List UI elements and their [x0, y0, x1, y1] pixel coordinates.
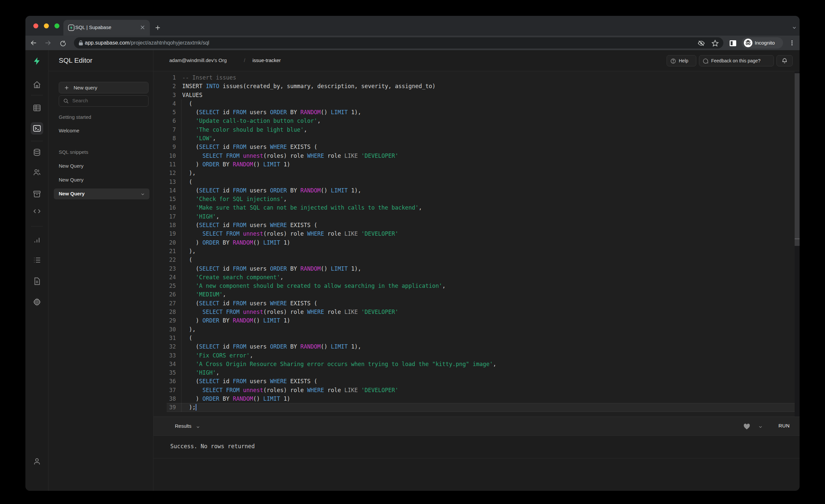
code-line[interactable]: 'A Cross Origin Resource Sharing error o…: [182, 360, 496, 368]
code-line[interactable]: (SELECT id FROM users ORDER BY RANDOM() …: [182, 108, 496, 117]
breadcrumb-org[interactable]: adam@windmill.dev's Org: [169, 57, 227, 63]
home-icon[interactable]: [33, 80, 41, 89]
code-line[interactable]: (: [182, 177, 496, 186]
code-line[interactable]: );: [182, 403, 496, 412]
code-line[interactable]: (SELECT id FROM users ORDER BY RANDOM() …: [182, 342, 496, 351]
code-line[interactable]: ),: [182, 169, 496, 177]
new-tab-button[interactable]: [154, 24, 161, 31]
code-line[interactable]: INSERT INTO issues(created_by, summary, …: [182, 82, 496, 90]
code-line[interactable]: 'HIGH',: [182, 212, 496, 221]
code-line[interactable]: (SELECT id FROM users ORDER BY RANDOM() …: [182, 186, 496, 195]
code-line[interactable]: ) ORDER BY RANDOM() LIMIT 1): [182, 316, 496, 325]
url-bar[interactable]: app.supabase.com/project/azahtnhqohyjerz…: [74, 37, 723, 49]
editor-scrollbar[interactable]: [795, 71, 800, 417]
code-line[interactable]: 'MEDIUM',: [182, 290, 496, 299]
browser-menu-icon[interactable]: [789, 39, 795, 47]
search-box[interactable]: [59, 95, 149, 106]
browser-toolbar: app.supabase.com/project/azahtnhqohyjerz…: [25, 35, 800, 50]
run-button[interactable]: RUN: [778, 423, 790, 428]
run-options-chevron-icon[interactable]: [758, 424, 763, 429]
code-line[interactable]: (: [182, 256, 496, 264]
feedback-button[interactable]: Feedback on this page?: [699, 55, 774, 66]
code-line[interactable]: 'HIGH',: [182, 368, 496, 377]
code-line[interactable]: SELECT FROM unnest(roles) role WHERE rol…: [182, 151, 496, 160]
code-line[interactable]: 'The color should be light blue',: [182, 126, 496, 134]
side-panel-icon[interactable]: [729, 40, 737, 47]
code-line[interactable]: -- Insert issues: [182, 73, 496, 82]
code-line[interactable]: (: [182, 99, 496, 108]
code-line[interactable]: ) ORDER BY RANDOM() LIMIT 1): [182, 394, 496, 403]
code-token: (: [182, 187, 199, 194]
code-line[interactable]: SELECT FROM unnest(roles) role WHERE rol…: [182, 229, 496, 238]
code-token: 'DEVELOPER': [361, 309, 399, 315]
sidebar-item-new-query-2[interactable]: New Query: [59, 177, 83, 183]
sql-code-editor[interactable]: 1234567891011121314151617181920212223242…: [153, 71, 800, 417]
reports-chart-icon[interactable]: [33, 236, 41, 244]
storage-icon[interactable]: [33, 190, 41, 198]
url-path: /project/azahtnhqohyjerzaxtmk/sql: [129, 40, 209, 46]
edge-functions-code-icon[interactable]: [33, 207, 41, 216]
nav-rail: [25, 50, 49, 491]
minimize-window-button[interactable]: [44, 23, 49, 28]
search-input[interactable]: [72, 98, 142, 103]
code-line[interactable]: (SELECT id FROM users WHERE EXISTS (: [182, 299, 496, 308]
reload-icon[interactable]: [58, 39, 66, 47]
forward-icon[interactable]: [44, 39, 52, 47]
code-line[interactable]: 'Update call-to-action button color',: [182, 117, 496, 125]
help-button[interactable]: Help: [667, 55, 696, 66]
code-line[interactable]: 'A new component should be created to al…: [182, 282, 496, 290]
tab-close-icon[interactable]: [139, 24, 146, 31]
settings-gear-icon[interactable]: [33, 298, 41, 306]
scrollbar-thumb[interactable]: [795, 73, 800, 238]
code-line[interactable]: SELECT FROM unnest(roles) role WHERE rol…: [182, 308, 496, 316]
code-line[interactable]: ),: [182, 325, 496, 334]
code-token: 'DEVELOPER': [361, 230, 399, 237]
code-line[interactable]: 'Check for SQL injections',: [182, 195, 496, 203]
table-editor-icon[interactable]: [33, 103, 41, 112]
sidebar-item-new-query-selected[interactable]: New Query: [54, 189, 149, 199]
code-line[interactable]: SELECT FROM unnest(roles) role WHERE rol…: [182, 386, 496, 394]
sql-editor-nav-active[interactable]: [31, 122, 43, 135]
code-token: users: [246, 144, 270, 150]
close-window-button[interactable]: [33, 23, 38, 28]
code-line[interactable]: (SELECT id FROM users WHERE EXISTS (: [182, 143, 496, 151]
chevron-down-icon[interactable]: [140, 192, 145, 197]
eye-off-icon[interactable]: [698, 40, 705, 47]
authentication-users-icon[interactable]: [33, 168, 41, 176]
sidebar-item-welcome[interactable]: Welcome: [59, 128, 79, 133]
logs-list-icon[interactable]: [33, 256, 41, 264]
code-line[interactable]: 'LOW',: [182, 134, 496, 143]
code-line[interactable]: 'Fix CORS error',: [182, 351, 496, 360]
browser-tab[interactable]: SQL | Supabase: [63, 20, 150, 35]
database-icon[interactable]: [33, 148, 41, 157]
code-token: );: [182, 404, 196, 411]
code-line[interactable]: VALUES: [182, 91, 496, 99]
code-line[interactable]: 'Create search component',: [182, 273, 496, 282]
api-docs-file-icon[interactable]: [33, 277, 41, 286]
code-token: [240, 152, 243, 159]
code-line[interactable]: 'Make sure that SQL can not be injected …: [182, 203, 496, 212]
back-icon[interactable]: [30, 39, 37, 47]
supabase-logo-icon[interactable]: [33, 57, 41, 65]
favorite-heart-icon[interactable]: [743, 423, 751, 430]
zoom-window-button[interactable]: [55, 23, 59, 28]
breadcrumb-project[interactable]: issue-tracker: [252, 57, 281, 63]
code-line[interactable]: ) ORDER BY RANDOM() LIMIT 1): [182, 160, 496, 169]
code-token: [223, 152, 226, 159]
code-line[interactable]: ) ORDER BY RANDOM() LIMIT 1): [182, 238, 496, 247]
new-query-button[interactable]: New query: [59, 82, 149, 93]
code-line[interactable]: (SELECT id FROM users ORDER BY RANDOM() …: [182, 264, 496, 273]
code-line[interactable]: (SELECT id FROM users WHERE EXISTS (: [182, 377, 496, 385]
code-line[interactable]: (SELECT id FROM users WHERE EXISTS (: [182, 221, 496, 229]
code-token: FROM: [226, 387, 240, 393]
notifications-button[interactable]: [776, 55, 793, 66]
results-dropdown-label[interactable]: Results: [175, 423, 192, 429]
code-line[interactable]: ),: [182, 247, 496, 256]
tab-search-chevron-icon[interactable]: [792, 25, 797, 30]
bookmark-star-icon[interactable]: [711, 40, 719, 47]
results-chevron-icon[interactable]: [196, 425, 200, 429]
account-user-icon[interactable]: [33, 457, 41, 466]
sidebar-item-new-query-1[interactable]: New Query: [59, 163, 83, 169]
code-token: ORDER: [202, 317, 219, 324]
code-line[interactable]: (: [182, 334, 496, 342]
